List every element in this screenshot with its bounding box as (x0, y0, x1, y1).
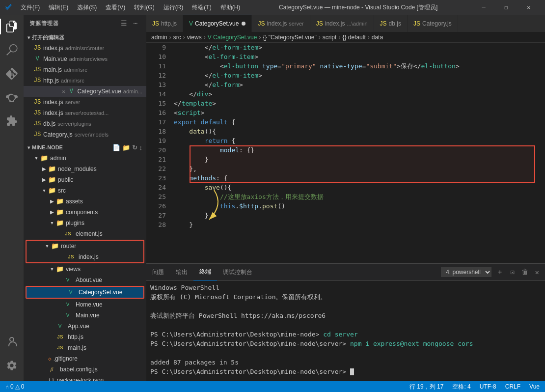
activity-account[interactable] (0, 330, 24, 354)
tree-admin-folder[interactable]: ▾ 📁 admin (24, 153, 146, 164)
tree-element-js[interactable]: JS element.js (24, 228, 146, 239)
tree-about-vue[interactable]: V About.vue (24, 275, 146, 285)
terminal-content[interactable]: Windows PowerShell 版权所有 (C) Microsoft Co… (146, 281, 545, 381)
collapse-tree-icon[interactable]: ↕ (139, 144, 143, 151)
editor-area: JS http.js V CategorySet.vue JS index.js… (146, 15, 545, 381)
tab-category-js[interactable]: JS Category.js (408, 15, 458, 32)
status-git[interactable]: ⑃ 0 △ 0 (4, 383, 26, 390)
tree-components[interactable]: ▶ 📁 components (24, 207, 146, 218)
new-file-icon[interactable]: ☰ (119, 19, 129, 28)
maximize-button[interactable]: ☐ (495, 0, 518, 15)
open-file-main-vue[interactable]: V Main.vue admin\src\views (24, 54, 146, 64)
menu-run[interactable]: 运行(R) (160, 2, 188, 13)
tree-app-vue[interactable]: V App.vue (24, 321, 146, 332)
tree-plugins[interactable]: ▾ 📁 plugins (24, 218, 146, 228)
open-file-index-router[interactable]: JS index.js admin\src\router (24, 43, 146, 54)
menu-select[interactable]: 选择(S) (73, 2, 101, 13)
tree-gitignore[interactable]: ◇ .gitignore (24, 353, 146, 364)
minimize-button[interactable]: — (472, 0, 495, 15)
activity-search[interactable] (0, 38, 24, 62)
terminal-line (150, 348, 541, 358)
breadcrumb-default[interactable]: {} default (342, 34, 365, 41)
panel-tab-terminal[interactable]: 终端 (193, 264, 217, 281)
tab-index-server[interactable]: JS index.js server (252, 15, 310, 32)
tree-public[interactable]: ▶ 📁 public (24, 174, 146, 185)
tree-package-lock[interactable]: {} package-lock.json (24, 375, 146, 381)
status-encoding[interactable]: UTF-8 (478, 383, 498, 390)
activity-extensions[interactable] (0, 109, 24, 133)
close-icon[interactable]: ✕ (59, 87, 67, 95)
tab-http-js[interactable]: JS http.js (146, 15, 183, 32)
status-eol[interactable]: CRLF (504, 383, 522, 390)
activity-debug[interactable] (0, 85, 24, 109)
open-file-http-js[interactable]: JS http.js admin\src (24, 75, 146, 86)
sidebar-title: 资源管理器 (29, 20, 59, 27)
open-file-categoryset-vue[interactable]: ✕ V CategorySet.vue admin... (24, 86, 146, 97)
close-panel-icon[interactable]: ✕ (533, 267, 541, 278)
terminal-selector[interactable]: 4: powershell (441, 267, 491, 277)
breadcrumb-script[interactable]: script (323, 34, 337, 41)
status-right: 行 19，列 17 空格: 4 UTF-8 CRLF Vue (408, 383, 541, 391)
open-file-main-js[interactable]: JS main.js admin\src (24, 64, 146, 75)
tree-router[interactable]: ▾ 📁 router (27, 241, 143, 252)
menu-view[interactable]: 查看(V) (102, 2, 129, 13)
breadcrumb-admin[interactable]: admin (151, 34, 167, 41)
json-file-icon: {} (48, 377, 54, 381)
open-file-category-js[interactable]: JS Category.js server\models (24, 129, 146, 140)
tree-router-index[interactable]: JS index.js (27, 252, 143, 262)
tree-http-js[interactable]: JS http.js (24, 332, 146, 342)
project-tree-header[interactable]: ▾ MINE-NODE 📄 📁 ↻ ↕ (24, 142, 146, 153)
tree-categoryset-vue[interactable]: V CategorySet.vue (27, 287, 143, 298)
kill-terminal-icon[interactable]: 🗑 (519, 267, 530, 277)
menu-goto[interactable]: 转到(G) (130, 2, 158, 13)
code-line-10: <el-form-item> (174, 52, 545, 61)
open-file-index-routes[interactable]: JS index.js server\routes\ad... (24, 108, 146, 118)
status-spaces[interactable]: 空格: 4 (451, 383, 472, 391)
split-terminal-icon[interactable]: ⊡ (508, 267, 516, 278)
breadcrumb-component[interactable]: {} "CategorySet.vue" (263, 34, 316, 41)
new-file-tree-icon[interactable]: 📄 (112, 144, 120, 151)
panel-tab-debug[interactable]: 调试控制台 (217, 264, 258, 281)
tree-views[interactable]: ▾ 📁 views (24, 264, 146, 275)
collapse-all-icon[interactable]: ⋯ (131, 19, 140, 28)
open-file-db-js[interactable]: JS db.js server\plugins (24, 118, 146, 129)
new-terminal-icon[interactable]: ＋ (494, 267, 505, 278)
tree-src[interactable]: ▾ 📁 src (24, 185, 146, 196)
activity-git[interactable] (0, 62, 24, 85)
tree-main-vue[interactable]: V Main.vue (24, 310, 146, 321)
tab-db-js[interactable]: JS db.js (374, 15, 408, 32)
menu-help[interactable]: 帮助(H) (217, 2, 245, 13)
window-controls: — ☐ ✕ (472, 0, 540, 15)
status-position[interactable]: 行 19，列 17 (408, 383, 445, 391)
activity-settings[interactable] (0, 354, 24, 377)
breadcrumb-views[interactable]: views (187, 34, 202, 41)
breadcrumb-data[interactable]: data (372, 34, 383, 41)
tree-main-js[interactable]: JS main.js (24, 342, 146, 353)
status-language-label: Vue (529, 383, 540, 390)
code-editor[interactable]: 9 10 11 12 13 14 15 16 17 18 19 20 21 22… (146, 43, 545, 263)
open-editors-header[interactable]: ▾ 打开的编辑器 (24, 32, 146, 43)
panel-tab-output[interactable]: 输出 (170, 264, 193, 281)
tab-index-admin[interactable]: JS index.js ...\admin (310, 15, 374, 32)
title-bar: 文件(F) 编辑(E) 选择(S) 查看(V) 转到(G) 运行(R) 终端(T… (0, 0, 545, 15)
code-content[interactable]: </el-form-item> <el-form-item> <el-butto… (170, 43, 545, 263)
panel-tab-problems[interactable]: 问题 (146, 264, 170, 281)
tree-node-modules[interactable]: ▶ 📁 node_modules (24, 164, 146, 174)
tree-babel-config[interactable]: 𝛽 babel.config.js (24, 364, 146, 375)
open-file-index-server[interactable]: JS index.js server (24, 97, 146, 108)
breadcrumb-src[interactable]: src (173, 34, 181, 41)
tree-home-vue[interactable]: V Home.vue (24, 299, 146, 310)
tab-categoryset-vue[interactable]: V CategorySet.vue (183, 15, 252, 32)
activity-explorer[interactable] (0, 15, 24, 38)
status-language[interactable]: Vue (528, 383, 541, 390)
refresh-icon[interactable]: ↻ (132, 144, 137, 151)
breadcrumb-file[interactable]: V CategorySet.vue (208, 34, 257, 41)
menu-edit[interactable]: 编辑(E) (45, 2, 72, 13)
close-button[interactable]: ✕ (518, 0, 540, 15)
menu-file[interactable]: 文件(F) (17, 2, 44, 13)
new-folder-icon[interactable]: 📁 (122, 144, 130, 151)
tree-assets[interactable]: ▶ 📁 assets (24, 196, 146, 207)
tab-label: index.js (325, 20, 345, 27)
terminal-line: PS C:\Users\Administrator\Desktop\mine-n… (150, 330, 541, 339)
menu-terminal[interactable]: 终端(T) (188, 2, 215, 13)
